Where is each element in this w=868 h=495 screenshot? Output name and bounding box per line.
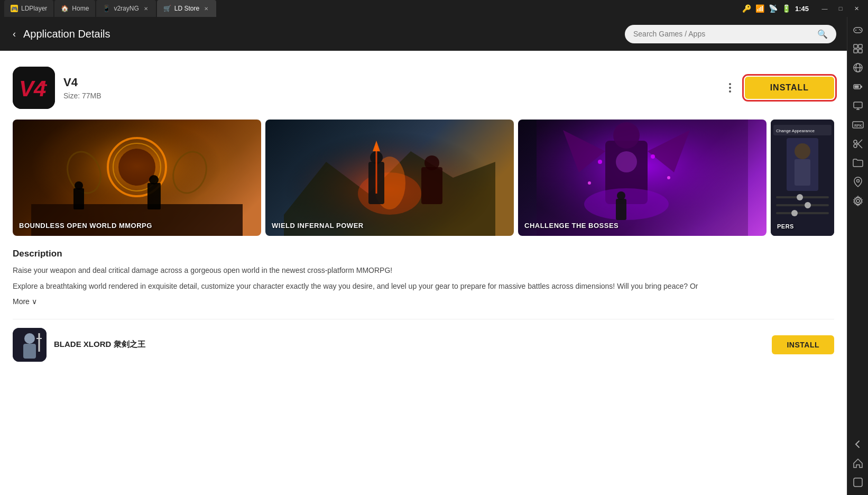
svg-text:V4: V4	[19, 76, 46, 101]
tab-ldplayer[interactable]: 🎮 LDPlayer	[4, 0, 53, 17]
app-wrapper: ‹ Application Details 🔍 V4	[0, 17, 868, 495]
tab-v2rayng[interactable]: 📱 v2rayNG ✕	[96, 0, 155, 17]
screenshot-4: Change Appearance PERS	[771, 120, 834, 236]
app-meta: V4 Size: 77MB	[63, 76, 722, 100]
maximize-button[interactable]: □	[833, 3, 848, 14]
sidebar-settings-icon[interactable]	[849, 192, 866, 209]
svg-rect-68	[861, 86, 862, 88]
sidebar-battery-icon[interactable]	[849, 78, 866, 95]
svg-point-34	[588, 181, 591, 185]
close-button[interactable]: ✕	[849, 3, 864, 14]
sidebar-back-icon[interactable]	[849, 436, 866, 453]
ldplayer-tab-icon: 🎮	[11, 5, 18, 12]
screenshot-2: WIELD INFERNAL POWER	[265, 120, 514, 236]
system-tray: 🔑 📶 📡 🔋 1:45 — □ ✕	[742, 3, 864, 14]
screenshot-4-label: PERS	[777, 223, 828, 230]
sidebar-rpk-icon[interactable]: RPK	[849, 116, 866, 133]
ss4-svg: Change Appearance	[771, 120, 834, 236]
more-button[interactable]: More ∨	[13, 297, 37, 306]
sidebar-folder-icon[interactable]	[849, 154, 866, 171]
svg-text:RPK: RPK	[854, 124, 862, 127]
svg-rect-81	[854, 478, 862, 487]
svg-point-37	[617, 191, 625, 200]
tab-list: 🎮 LDPlayer 🏠 Home 📱 v2rayNG ✕ 🛒 LD Store…	[4, 0, 216, 17]
sidebar-location-icon[interactable]	[849, 173, 866, 190]
battery-icon: 🔋	[782, 4, 791, 13]
tab-ldstore-close[interactable]: ✕	[202, 5, 210, 12]
tab-v2rayng-close[interactable]: ✕	[142, 5, 150, 12]
tab-home-label: Home	[72, 5, 89, 12]
more-options-button[interactable]	[722, 79, 738, 96]
svg-rect-48	[776, 212, 829, 214]
screenshots-row: BOUNDLESS OPEN WORLD MMORPG	[13, 120, 834, 236]
clock: 1:45	[795, 5, 809, 13]
sidebar-square-icon[interactable]	[849, 474, 866, 491]
signal-icon: 📡	[769, 4, 778, 13]
home-tab-icon: 🏠	[61, 5, 69, 12]
screenshot-1-label: BOUNDLESS OPEN WORLD MMORPG	[19, 222, 255, 230]
ss1-svg	[13, 120, 261, 236]
app-info: V4 V4 Size: 77MB INSTAL	[13, 61, 834, 120]
sidebar-grid-icon[interactable]	[849, 40, 866, 57]
svg-point-27	[613, 122, 640, 149]
sidebar-home-icon[interactable]	[849, 455, 866, 472]
screenshot-1: BOUNDLESS OPEN WORLD MMORPG	[13, 120, 261, 236]
svg-rect-61	[858, 44, 862, 48]
svg-point-32	[598, 160, 602, 164]
svg-point-14	[149, 175, 159, 185]
related-install-button[interactable]: INSTALL	[772, 335, 834, 354]
svg-point-59	[860, 30, 861, 31]
minimize-button[interactable]: —	[817, 3, 832, 14]
more-dot-2	[729, 87, 731, 89]
svg-rect-70	[854, 102, 862, 108]
app-actions: INSTALL	[722, 77, 834, 99]
scroll-area[interactable]: V4 V4 Size: 77MB INSTAL	[0, 51, 847, 495]
description-section: Description Raise your weapon and deal c…	[13, 249, 834, 306]
screenshot-3-label: CHALLENGE THE BOSSES	[524, 222, 760, 230]
sidebar-scissors-icon[interactable]	[849, 135, 866, 152]
svg-line-78	[856, 140, 862, 145]
svg-point-79	[856, 180, 859, 182]
related-app: BLADE XLORD 衆剣之王 INSTALL	[13, 319, 834, 370]
svg-line-77	[856, 143, 862, 149]
svg-rect-23	[421, 167, 442, 204]
svg-point-35	[667, 176, 670, 179]
svg-rect-52	[23, 344, 36, 359]
tab-home[interactable]: 🏠 Home	[54, 0, 95, 17]
ss3-svg	[518, 120, 767, 236]
svg-point-31	[616, 151, 637, 172]
search-input[interactable]	[633, 30, 813, 38]
v2rayng-tab-icon: 📱	[103, 5, 110, 12]
back-button[interactable]: ‹	[11, 26, 18, 42]
svg-rect-43	[795, 159, 810, 186]
svg-rect-69	[854, 86, 858, 88]
svg-rect-63	[858, 49, 862, 53]
search-icon: 🔍	[817, 29, 828, 39]
sidebar-globe-icon[interactable]	[849, 59, 866, 76]
sidebar-gamepad-icon[interactable]	[849, 21, 866, 38]
titlebar: 🎮 LDPlayer 🏠 Home 📱 v2rayNG ✕ 🛒 LD Store…	[0, 0, 868, 17]
screenshot-2-label: WIELD INFERNAL POWER	[272, 222, 507, 230]
description-paragraph-2: Explore a breathtaking world rendered in…	[13, 280, 834, 292]
more-dot-3	[729, 90, 731, 93]
tab-v2rayng-label: v2rayNG	[114, 5, 138, 12]
search-bar[interactable]: 🔍	[625, 25, 836, 43]
key-icon: 🔑	[742, 4, 751, 13]
svg-rect-10	[31, 204, 243, 236]
ss2-svg	[265, 120, 514, 236]
install-button[interactable]: INSTALL	[745, 77, 834, 99]
svg-rect-36	[616, 199, 626, 220]
svg-point-80	[856, 199, 860, 203]
tab-ldstore[interactable]: 🛒 LD Store ✕	[157, 0, 216, 17]
more-dot-1	[729, 83, 731, 85]
sidebar-monitor-icon[interactable]	[849, 97, 866, 114]
tab-ldstore-label: LD Store	[174, 5, 199, 12]
description-paragraph-1: Raise your weapon and deal critical dama…	[13, 264, 834, 276]
related-app-meta: BLADE XLORD 衆剣之王	[54, 340, 772, 350]
svg-point-51	[24, 333, 35, 344]
svg-rect-46	[776, 204, 829, 206]
right-sidebar: RPK	[847, 17, 868, 495]
related-app-icon	[13, 328, 47, 362]
main-content: ‹ Application Details 🔍 V4	[0, 17, 847, 495]
svg-point-42	[795, 143, 810, 159]
